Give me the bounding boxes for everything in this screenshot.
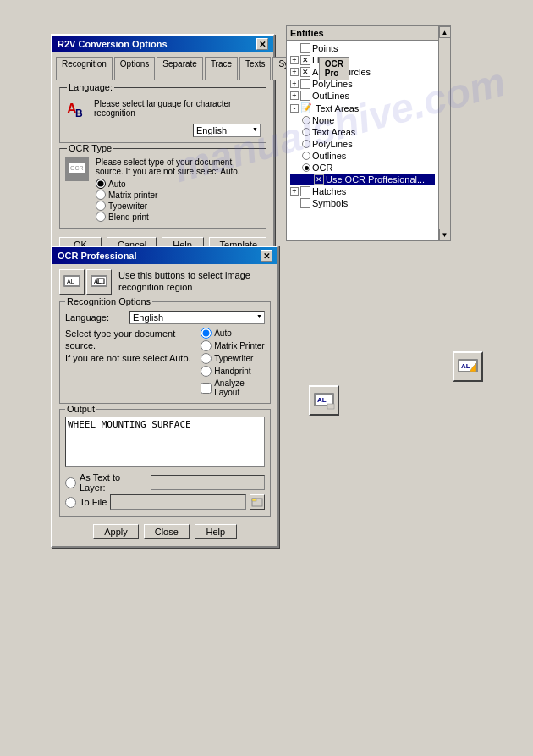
tree-item-points[interactable]: Points <box>290 42 435 54</box>
doc-source-label: Select type your document source. If you… <box>65 328 194 398</box>
ocr-dialog: OCR Professional ✕ AL AL <box>51 246 279 548</box>
output-textarea[interactable]: WHEEL MOUNTING SURFACE <box>65 417 265 467</box>
doc-source-row: Select type your document source. If you… <box>65 328 265 398</box>
close-button[interactable]: Close <box>144 524 190 539</box>
radio-outlines-sub[interactable] <box>302 152 310 160</box>
tree-item-textareas-radio[interactable]: Text Areas <box>290 126 435 138</box>
recog-lang-row: Language: English French <box>65 311 265 324</box>
tree-item-polylines-radio[interactable]: PolyLines <box>290 138 435 150</box>
tree-item-lines[interactable]: + ✕ Lines <box>290 54 435 66</box>
standalone-icon-2[interactable]: AL <box>453 351 483 382</box>
language-select[interactable]: English French German <box>193 124 261 137</box>
expand-arcs[interactable]: + <box>290 68 299 76</box>
to-file-radio[interactable] <box>65 497 76 508</box>
recog-lang-select[interactable]: English French <box>129 311 265 324</box>
checkbox-arcs[interactable]: ✕ <box>300 67 310 77</box>
radio-auto[interactable]: Auto <box>96 179 261 189</box>
as-text-input[interactable] <box>151 475 265 490</box>
ocr-radio-handprint[interactable]: Handprint <box>201 366 265 377</box>
tab-options[interactable]: Options <box>114 57 155 80</box>
entities-scrollbar: ▲ ▼ <box>438 26 450 240</box>
tree-item-outlines[interactable]: + OutLines <box>290 90 435 102</box>
apply-button[interactable]: Apply <box>93 524 139 539</box>
tab-ocrpro[interactable]: OCR Pro <box>319 57 349 80</box>
expand-outlines[interactable]: + <box>290 91 299 100</box>
tree-item-symbols[interactable]: Symbols <box>290 197 435 209</box>
output-options: As Text to Layer: To File <box>65 472 265 510</box>
radio-polylines-sub[interactable] <box>302 140 310 148</box>
tree-item-ocr-radio[interactable]: OCR <box>290 162 435 174</box>
svg-text:OCR: OCR <box>70 165 84 171</box>
ocr-close-button[interactable]: ✕ <box>261 250 272 262</box>
r2v-title: R2V Conversion Options <box>58 39 168 49</box>
radio-auto-label: Auto <box>108 179 126 189</box>
radio-textareas[interactable] <box>302 128 310 136</box>
ocr-icon-buttons: AL AL <box>59 269 112 295</box>
ocr-region-button-2[interactable]: AL <box>86 269 112 295</box>
tab-recognition[interactable]: Recognition <box>56 57 113 80</box>
language-row: A B Please select language for character… <box>65 97 261 120</box>
radio-none[interactable] <box>302 116 310 124</box>
radio-blend[interactable]: Blend print <box>96 212 261 222</box>
ocr-footer-buttons: Apply Close Help <box>59 522 271 541</box>
r2v-close-button[interactable]: ✕ <box>256 38 268 50</box>
checkbox-polylines[interactable] <box>300 79 310 89</box>
to-file-row: To File <box>65 494 265 510</box>
scroll-up-arrow[interactable]: ▲ <box>439 26 451 38</box>
tree-item-outlines-radio[interactable]: Outlines <box>290 150 435 162</box>
checkbox-symbols[interactable] <box>300 198 310 208</box>
to-file-label: To File <box>80 497 107 507</box>
tree-item-none[interactable]: None <box>290 114 435 126</box>
standalone-icon-1[interactable]: AL <box>309 385 339 416</box>
as-text-radio[interactable] <box>65 477 76 488</box>
ocr-type-group: OCR Type OCR Please select type of your … <box>59 148 266 229</box>
output-group-label: Output <box>65 404 96 414</box>
expand-lines[interactable]: + <box>290 56 299 64</box>
ocr-type-icon: OCR <box>65 157 89 181</box>
r2v-tabs: Recognition Options Separate Trace Texts… <box>52 52 273 80</box>
checkbox-outlines[interactable] <box>300 91 310 101</box>
radio-ocr[interactable] <box>302 163 310 172</box>
tree-item-textareas[interactable]: - 📝 Text Areas <box>290 102 435 114</box>
ocr-region-button-1[interactable]: AL <box>59 269 85 295</box>
browse-button[interactable] <box>250 494 265 510</box>
ocr-radio-typewriter[interactable]: Typewriter <box>201 353 265 364</box>
ocr-radio-analyze[interactable]: Analyze Layout <box>201 378 265 397</box>
entities-title: Entities <box>290 28 324 38</box>
ocr-type-content: Please select type of your document sour… <box>96 157 261 223</box>
expand-polylines[interactable]: + <box>290 80 299 88</box>
language-prompt: Please select language for character rec… <box>94 99 261 118</box>
tab-texts[interactable]: Texts <box>239 57 271 80</box>
tree-item-arcs[interactable]: + ✕ Arcs & Circles <box>290 66 435 78</box>
radio-typewriter[interactable]: Typewriter <box>96 201 261 211</box>
to-file-input[interactable] <box>110 494 246 510</box>
radio-matrix[interactable]: Matrix printer <box>96 190 261 200</box>
ocr-type-row: OCR Please select type of your document … <box>65 157 261 223</box>
checkbox-lines[interactable]: ✕ <box>300 55 310 65</box>
checkbox-useocr[interactable]: ✕ <box>314 174 324 185</box>
entities-tree: Points + ✕ Lines + ✕ Arcs & Circles + Po… <box>287 41 438 211</box>
scroll-down-arrow[interactable]: ▼ <box>439 229 451 240</box>
svg-text:AL: AL <box>317 396 327 404</box>
checkbox-points[interactable] <box>300 43 310 53</box>
tab-separate[interactable]: Separate <box>157 57 203 80</box>
ocr-title: OCR Professional <box>58 251 137 261</box>
checkbox-hatches[interactable] <box>300 186 310 196</box>
ocr-top-desc: Use this buttons to select image recogni… <box>118 269 271 294</box>
entities-panel: Entities ▲ ▼ Points + ✕ Lines + ✕ Arcs &… <box>286 25 451 241</box>
tree-item-polylines[interactable]: + PolyLines <box>290 78 435 90</box>
language-group: Language: A B Please select language for… <box>59 87 266 143</box>
entities-header: Entities <box>287 26 450 41</box>
ocr-type-desc: Please select type of your document sour… <box>96 157 261 176</box>
tree-item-hatches[interactable]: + Hatches <box>290 185 435 197</box>
expand-hatches[interactable]: + <box>290 187 299 196</box>
tree-item-use-ocr[interactable]: ✕ Use OCR Proffesional... <box>290 174 435 185</box>
ocr-radio-auto[interactable]: Auto <box>201 328 265 339</box>
expand-textareas[interactable]: - <box>290 104 299 113</box>
tab-trace[interactable]: Trace <box>205 57 238 80</box>
r2v-body: Language: A B Please select language for… <box>52 80 273 262</box>
ocr-radio-matrix[interactable]: Matrix Printer <box>201 340 265 351</box>
ocr-help-button[interactable]: Help <box>195 524 237 539</box>
ocr-icon-svg-1: AL <box>312 389 336 412</box>
textarea-icon: 📝 <box>300 102 312 113</box>
